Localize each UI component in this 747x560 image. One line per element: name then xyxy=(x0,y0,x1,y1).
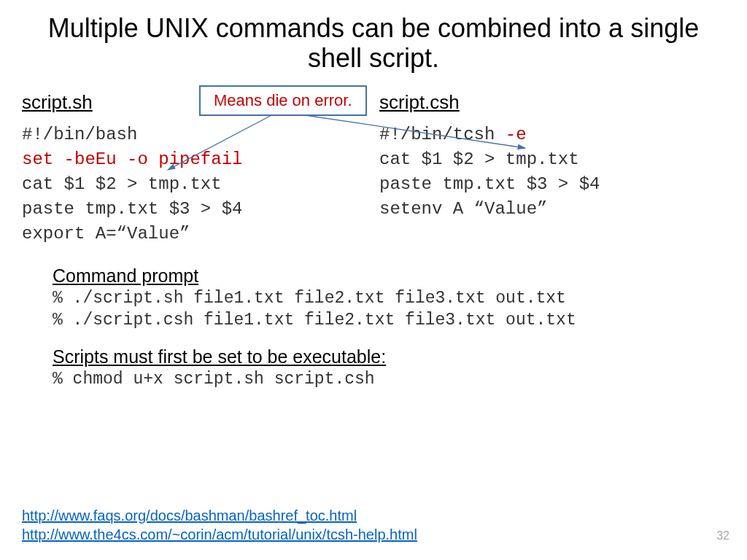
link-bashref[interactable]: http://www.faqs.org/docs/bashman/bashref… xyxy=(22,508,357,524)
command-prompt-header: Command prompt xyxy=(53,265,694,287)
code-line: paste tmp.txt $3 > $4 xyxy=(22,199,242,219)
code-line: export A=“Value” xyxy=(22,224,190,244)
right-column: script.csh #!/bin/tcsh -e cat $1 $2 > tm… xyxy=(379,91,725,246)
content-area: Means die on error. script.sh #!/bin/bas… xyxy=(0,78,747,391)
right-code: #!/bin/tcsh -e cat $1 $2 > tmp.txt paste… xyxy=(379,122,725,222)
link-tcsh-help[interactable]: http://www.the4cs.com/~corin/acm/tutoria… xyxy=(22,526,417,542)
slide-title: Multiple UNIX commands can be combined i… xyxy=(0,0,747,78)
reference-links: http://www.faqs.org/docs/bashman/bashref… xyxy=(22,506,417,544)
lower-section: Command prompt % ./script.sh file1.txt f… xyxy=(22,246,725,391)
code-line-error-flags: set -beEu -o pipefail xyxy=(22,149,242,169)
callout-box: Means die on error. xyxy=(199,85,367,116)
cmd-line: % chmod u+x script.sh script.csh xyxy=(53,370,375,389)
command-prompt-lines: % ./script.sh file1.txt file2.txt file3.… xyxy=(53,288,694,332)
code-line: cat $1 $2 > tmp.txt xyxy=(379,149,579,169)
code-line: #!/bin/bash xyxy=(22,125,137,144)
page-number: 32 xyxy=(716,529,729,542)
code-line: paste tmp.txt $3 > $4 xyxy=(379,174,600,194)
left-code: #!/bin/bash set -beEu -o pipefail cat $1… xyxy=(22,122,379,246)
cmd-line: % ./script.csh file1.txt file2.txt file3… xyxy=(53,311,576,330)
code-line: setenv A “Value” xyxy=(379,199,547,219)
code-line: cat $1 $2 > tmp.txt xyxy=(22,174,222,194)
right-header: script.csh xyxy=(379,91,725,114)
code-line: #!/bin/tcsh xyxy=(379,125,506,144)
code-error-flag: -e xyxy=(506,125,527,144)
cmd-line: % ./script.sh file1.txt file2.txt file3.… xyxy=(53,289,566,308)
executable-line: % chmod u+x script.sh script.csh xyxy=(53,369,694,391)
executable-header: Scripts must first be set to be executab… xyxy=(53,346,694,368)
